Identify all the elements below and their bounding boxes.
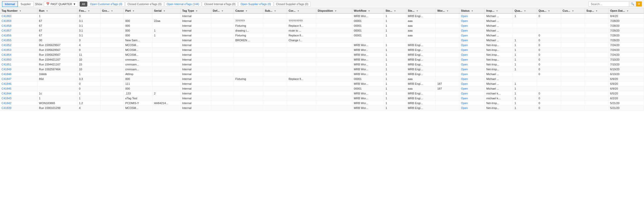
table-cell[interactable]: C41857 <box>0 28 37 33</box>
table-cell[interactable]: C41844 <box>0 91 37 96</box>
table-cell[interactable]: C41846 <box>0 81 37 86</box>
col-ste1[interactable]: Ste... ▼ <box>384 8 406 13</box>
col-qua2[interactable]: Qua... ▼ <box>537 8 561 13</box>
table-cell <box>561 57 585 62</box>
table-cell: Change I... <box>287 38 316 43</box>
filter-tab-open-customer[interactable]: Open Customer eTags (0) <box>88 2 125 7</box>
col-tag-number[interactable]: Tag Number ▼ <box>0 8 37 13</box>
col-group[interactable]: Gro... ▼ <box>100 8 123 13</box>
table-cell <box>436 77 459 81</box>
table-cell: 000 <box>124 33 152 38</box>
table-cell[interactable]: C41845 <box>0 86 37 91</box>
col-ste2[interactable]: Ste... ▼ <box>406 8 436 13</box>
filter-tab-closed-internal[interactable]: Closed Internal eTags (0) <box>202 2 238 7</box>
table-cell[interactable]: C41855 <box>0 38 37 43</box>
table-cell[interactable]: C41852 <box>0 43 37 48</box>
table-cell <box>152 81 180 86</box>
table-row: C41858673.1000InternalFixturingReplace f… <box>0 23 644 28</box>
col-open-date[interactable]: Open Dat... ▼ <box>609 8 644 13</box>
table-cell <box>211 28 234 33</box>
table-cell <box>100 28 123 33</box>
past-quarter-button[interactable]: 📅 PAST QUARTER ▼ <box>44 1 78 7</box>
table-cell[interactable]: C41839 <box>0 106 37 110</box>
col-qua1[interactable]: Qua... ▼ <box>513 8 537 13</box>
main-table: Tag Number ▼ Run ▼ Fea... ▼ Gro... ▼ Par… <box>0 8 644 110</box>
table-cell: 3.1 <box>77 23 101 28</box>
table-cell: 0 <box>77 81 101 86</box>
table-cell[interactable]: C41858 <box>0 23 37 28</box>
table-cell: Open <box>459 72 485 77</box>
filter-tab-closed-supplier[interactable]: Closed Supplier eTags (0) <box>274 2 311 7</box>
col-sub[interactable]: Sub... ▼ <box>263 8 287 13</box>
table-cell: aaa <box>406 77 436 81</box>
table-cell[interactable]: C41849 <box>0 67 37 72</box>
table-cell: .133 <box>124 91 152 96</box>
table-cell <box>100 57 123 62</box>
table-cell[interactable]: C41850 <box>0 57 37 62</box>
col-serial[interactable]: Serial ▼ <box>152 8 180 13</box>
table-cell: 1 <box>37 13 77 19</box>
col-wor[interactable]: Wor... ▼ <box>436 8 459 13</box>
table-cell: MRB Wor... <box>352 62 384 67</box>
table-cell <box>287 81 316 86</box>
table-cell[interactable]: C41848 <box>0 72 37 77</box>
search-input[interactable] <box>589 2 629 7</box>
table-cell <box>316 91 352 96</box>
table-cell: aaa <box>406 86 436 91</box>
settings-button[interactable]: ⚙ <box>636 1 642 7</box>
table-cell: 8/4/20 <box>609 13 644 19</box>
filter-tab-open-internal[interactable]: Open Internal eTags (144) <box>164 2 202 7</box>
col-part[interactable]: Part ▼ <box>124 8 152 13</box>
col-status[interactable]: Status ▼ <box>459 8 485 13</box>
table-cell <box>585 81 608 86</box>
table-cell[interactable]: C41856 <box>0 33 37 38</box>
tab-internal[interactable]: Internal <box>2 1 18 7</box>
search-button[interactable]: 🔍 <box>629 1 636 7</box>
col-tag-type[interactable]: Tag Type ▼ <box>180 8 211 13</box>
table-cell[interactable]: C41843 <box>0 96 37 101</box>
table-cell <box>316 57 352 62</box>
col-cause[interactable]: Cause ▼ <box>234 8 263 13</box>
table-cell[interactable]: C41842 <box>0 101 37 106</box>
filter-tab-all[interactable]: All <box>80 2 87 7</box>
past-quarter-label: PAST QUARTER <box>51 3 72 6</box>
col-insp[interactable]: Insp... ▼ <box>485 8 513 13</box>
table-cell: 1 <box>513 106 537 110</box>
table-cell <box>234 91 263 96</box>
table-cell: Open <box>459 19 485 23</box>
table-cell[interactable]: C41853 <box>0 48 37 52</box>
tab-supplier[interactable]: Supplier <box>18 1 34 7</box>
table-cell: 00001 <box>352 28 384 33</box>
table-cell[interactable]: C41860 <box>0 13 37 19</box>
col-sup[interactable]: Sup... ▼ <box>585 8 608 13</box>
table-cell: 3 <box>77 38 101 43</box>
table-cell: 0 <box>537 43 561 48</box>
filter-tab-open-supplier[interactable]: Open Supplier eTags (0) <box>238 2 273 7</box>
col-cus[interactable]: Cus... ▼ <box>561 8 585 13</box>
table-cell <box>234 72 263 77</box>
table-cell <box>316 81 352 86</box>
table-cell: 10 <box>77 57 101 62</box>
table-cell: Run 1595629567 <box>37 48 77 52</box>
table-cell <box>234 86 263 91</box>
col-feature[interactable]: Fea... ▼ <box>77 8 101 13</box>
table-row: C41857673.10001Internaldrawing i...route… <box>0 28 644 33</box>
table-cell: Open <box>459 96 485 101</box>
table-cell: Michael ... <box>485 13 513 19</box>
table-cell[interactable]: C41859 <box>0 19 37 23</box>
col-workflow[interactable]: Workflow ▼ <box>352 8 384 13</box>
table-cell[interactable]: C41847 <box>0 77 37 81</box>
filter-tab-closed-customer[interactable]: Closed Customer eTags (0) <box>125 2 164 7</box>
table-cell: 00001 <box>352 33 384 38</box>
table-row: C41839Run 15901012994MCOSM...InternalMRB… <box>0 106 644 110</box>
col-run[interactable]: Run ▼ <box>37 8 77 13</box>
table-cell[interactable]: C41851 <box>0 62 37 67</box>
table-cell: 7/28/20 <box>609 19 644 23</box>
table-cell: Fixturing <box>234 33 263 38</box>
col-def[interactable]: Def... ▼ <box>211 8 234 13</box>
col-cor[interactable]: Cor... ▼ <box>287 8 316 13</box>
col-disposition[interactable]: Disposition ▼ <box>316 8 352 13</box>
table-cell: 1 <box>384 77 406 81</box>
table-cell <box>100 19 123 23</box>
table-cell[interactable]: C41854 <box>0 52 37 57</box>
